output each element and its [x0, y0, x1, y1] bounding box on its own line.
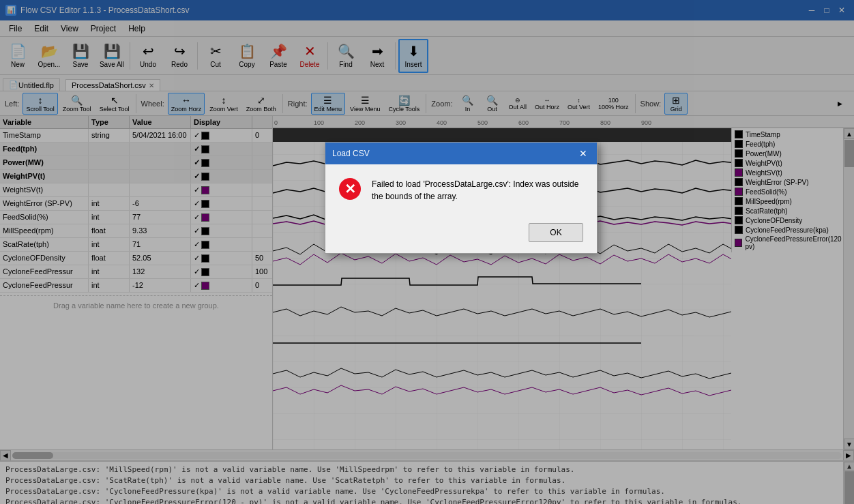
modal-title: Load CSV: [332, 149, 370, 158]
modal-dialog: Load CSV ✕ ✕ Failed to load 'ProcessData…: [325, 142, 598, 254]
modal-message: Failed to load 'ProcessDataLarge.csv': I…: [372, 178, 583, 203]
modal-footer: OK: [325, 216, 597, 253]
modal-body: ✕ Failed to load 'ProcessDataLarge.csv':…: [325, 164, 597, 216]
modal-overlay: Load CSV ✕ ✕ Failed to load 'ProcessData…: [0, 0, 854, 504]
modal-close-button[interactable]: ✕: [576, 147, 590, 160]
modal-title-bar: Load CSV ✕: [325, 143, 597, 164]
modal-error-icon: ✕: [339, 178, 361, 200]
modal-ok-button[interactable]: OK: [529, 223, 583, 242]
